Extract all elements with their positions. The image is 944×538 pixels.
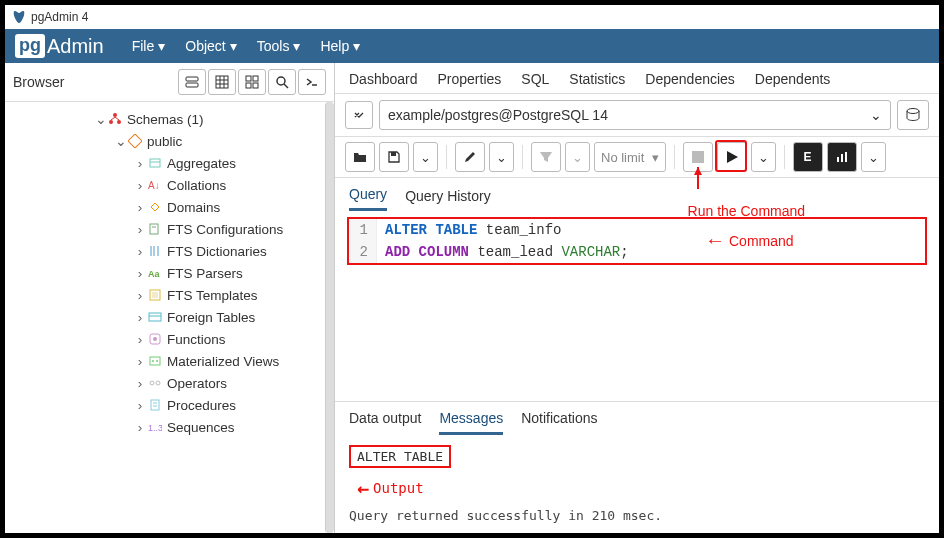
tree-item-collations[interactable]: ›A↓Collations [5,174,334,196]
svg-point-39 [907,109,919,114]
chevron-right-icon: › [135,178,145,193]
svg-rect-23 [150,224,158,234]
search-icon-button[interactable] [268,69,296,95]
chevron-right-icon: › [135,244,145,259]
tab-data-output[interactable]: Data output [349,410,421,435]
explain-dropdown[interactable]: ⌄ [861,142,886,172]
edit-button[interactable] [455,142,485,172]
tree-item-icon [147,221,163,237]
tree-item-fts-templates[interactable]: ›FTS Templates [5,284,334,306]
svg-marker-47 [694,167,702,175]
chevron-right-icon: › [135,420,145,435]
edit-dropdown[interactable]: ⌄ [489,142,514,172]
svg-text:Aa: Aa [148,269,160,279]
grid-icon-button[interactable] [208,69,236,95]
svg-rect-20 [150,159,160,167]
chevron-right-icon: › [135,332,145,347]
arrow-left-icon [705,229,725,252]
limit-selector[interactable]: No limit ▾ [594,142,666,172]
object-tree[interactable]: ⌄ Schemas (1) ⌄ public ›Aggregates›A↓Col… [5,102,334,533]
connection-selector[interactable]: example/postgres@PostgreSQL 14 ⌄ [379,100,891,130]
tab-query[interactable]: Query [349,186,387,211]
server-icon-button[interactable] [178,69,206,95]
menu-file[interactable]: File▾ [122,38,176,54]
tree-item-operators[interactable]: ›Operators [5,372,334,394]
terminal-icon-button[interactable] [298,69,326,95]
tab-messages[interactable]: Messages [439,410,503,435]
svg-rect-40 [391,152,396,156]
svg-rect-0 [186,77,198,81]
line-number: 2 [349,241,377,263]
tree-item-sequences[interactable]: ›1..3Sequences [5,416,334,438]
svg-rect-10 [253,83,258,88]
tab-dependents[interactable]: Dependents [755,71,831,87]
svg-rect-32 [150,357,160,365]
tab-notifications[interactable]: Notifications [521,410,597,435]
svg-point-36 [156,381,160,385]
tab-dashboard[interactable]: Dashboard [349,71,418,87]
run-button[interactable] [717,142,747,172]
tree-item-foreign-tables[interactable]: ›Foreign Tables [5,306,334,328]
line-number: 1 [349,219,377,241]
tree-item-icon: A↓ [147,177,163,193]
tab-statistics[interactable]: Statistics [569,71,625,87]
tree-item-icon [147,287,163,303]
browser-sidebar: Browser ⌄ Schemas (1) ⌄ [5,63,335,533]
svg-marker-42 [727,151,738,163]
tree-item-icon: 1..3 [147,419,163,435]
tree-schemas[interactable]: ⌄ Schemas (1) [5,108,334,130]
tree-item-fts-dictionaries[interactable]: ›FTS Dictionaries [5,240,334,262]
svg-line-18 [115,117,119,120]
tab-dependencies[interactable]: Dependencies [645,71,735,87]
svg-rect-19 [128,134,142,148]
chevron-down-icon: ⌄ [870,107,882,123]
chevron-right-icon: › [135,266,145,281]
chevron-right-icon: › [135,376,145,391]
tab-properties[interactable]: Properties [438,71,502,87]
filter-button[interactable] [531,142,561,172]
svg-point-11 [277,77,285,85]
svg-line-17 [111,117,115,120]
browser-title: Browser [13,74,64,90]
sql-editor[interactable]: 1 ALTER TABLE team_info 2 ADD COLUMN tea… [347,217,927,265]
run-dropdown[interactable]: ⌄ [751,142,776,172]
menu-tools[interactable]: Tools▾ [247,38,311,54]
save-button[interactable] [379,142,409,172]
chevron-down-icon: ▾ [158,38,165,54]
query-toolbar: ⌄ ⌄ ⌄ No limit ▾ ⌄ E ⌄ [335,137,939,178]
menu-object[interactable]: Object▾ [175,38,246,54]
explain-button[interactable]: E [793,142,823,172]
connection-status-icon[interactable] [345,101,373,129]
svg-rect-28 [149,313,161,321]
tree-item-materialized-views[interactable]: ›Materialized Views [5,350,334,372]
dashboard-icon-button[interactable] [238,69,266,95]
tree-item-fts-parsers[interactable]: ›AaFTS Parsers [5,262,334,284]
menu-help[interactable]: Help▾ [310,38,370,54]
schemas-icon [107,111,123,127]
open-file-button[interactable] [345,142,375,172]
save-dropdown[interactable]: ⌄ [413,142,438,172]
chevron-down-icon: ▾ [230,38,237,54]
tree-item-icon [147,155,163,171]
tree-item-procedures[interactable]: ›Procedures [5,394,334,416]
tree-item-aggregates[interactable]: ›Aggregates [5,152,334,174]
arrow-left-icon [357,476,369,500]
new-connection-button[interactable] [897,100,929,130]
svg-rect-2 [216,76,228,88]
tab-sql[interactable]: SQL [521,71,549,87]
tree-item-functions[interactable]: ›Functions [5,328,334,350]
svg-point-14 [113,113,117,117]
annotation-command: Command [705,229,794,252]
chevron-down-icon: ⌄ [115,133,125,149]
tab-query-history[interactable]: Query History [405,188,491,210]
explain-analyze-button[interactable] [827,142,857,172]
tree-item-domains[interactable]: ›Domains [5,196,334,218]
elephant-icon [11,9,27,25]
window-title: pgAdmin 4 [31,10,88,24]
filter-dropdown[interactable]: ⌄ [565,142,590,172]
tree-item-fts-configurations[interactable]: ›FTS Configurations [5,218,334,240]
svg-rect-27 [152,292,158,298]
svg-point-15 [109,120,113,124]
tree-public[interactable]: ⌄ public [5,130,334,152]
output-result: ALTER TABLE [349,445,451,468]
